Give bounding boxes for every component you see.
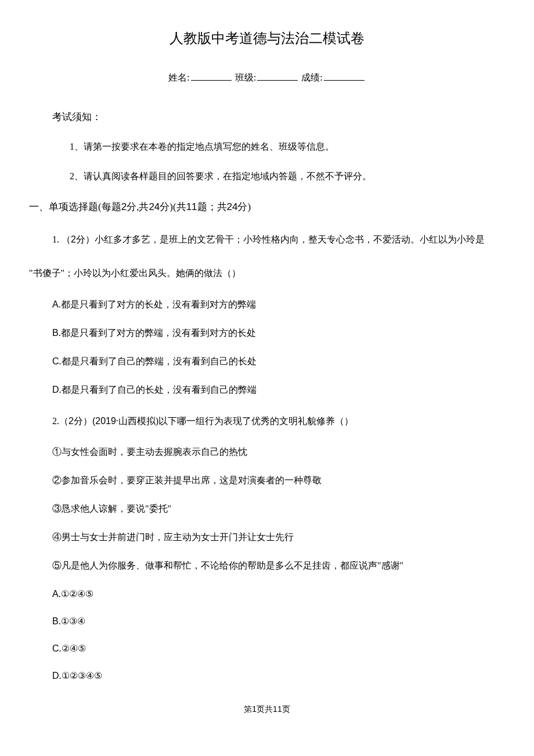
q1-text-1: 小红多才多艺，是班上的文艺骨干；小玲性格内向，整天专心念书，不爱活动。小红以为小… <box>95 234 485 244</box>
option-text: .都是只看到了自己的弊端，没有看到自己的长处 <box>59 356 257 366</box>
option-letter: C <box>52 356 59 366</box>
q2-source-prefix: (2019 <box>92 416 116 426</box>
option-letter: D <box>52 671 59 681</box>
name-blank[interactable] <box>191 71 232 81</box>
q2-points: 2 <box>68 416 74 426</box>
score-blank[interactable] <box>324 71 365 81</box>
footer-current: 1 <box>252 704 257 714</box>
option-text: .①②③④⑤ <box>59 671 102 681</box>
q2-option-b[interactable]: B.①③④ <box>52 616 499 627</box>
notice-header: 考试须知： <box>52 110 499 124</box>
notice-item-2: 2、请认真阅读各样题目的回答要求，在指定地域内答题，不然不予评分。 <box>70 171 499 183</box>
q2-statement-2: ②参加音乐会时，要穿正装并提早出席，这是对演奏者的一种尊敬 <box>52 475 499 487</box>
q1-option-a[interactable]: A.都是只看到了对方的长处，没有看到对方的弊端 <box>52 299 499 311</box>
class-blank[interactable] <box>257 71 298 81</box>
q1-option-c[interactable]: C.都是只看到了自己的弊端，没有看到自己的长处 <box>52 356 499 368</box>
q1-num-suffix: 分） <box>76 234 95 244</box>
q2-num-suffix: 分） <box>74 416 92 426</box>
section-prefix: 一、单项选择题(每题 <box>29 201 121 212</box>
q1-points: 2 <box>71 234 76 244</box>
section-points-per: 2 <box>121 201 127 212</box>
footer-prefix: 第 <box>244 705 252 714</box>
question-1-stem: 1. （2分）小红多才多艺，是班上的文艺骨干；小玲性格内向，整天专心念书，不爱活… <box>52 231 499 248</box>
student-info-line: 姓名: 班级: 成绩: <box>35 71 499 84</box>
q2-option-a[interactable]: A.①②④⑤ <box>52 588 499 599</box>
question-2-stem: 2.（2分）(2019·山西模拟)以下哪一组行为表现了优秀的文明礼貌修养（） <box>52 413 499 430</box>
q2-statement-5: ⑤凡是他人为你服务、做事和帮忙，不论给你的帮助是多么不足挂齿，都应说声"感谢" <box>52 560 499 572</box>
q2-statement-4: ④男士与女士并前进门时，应主动为女士开门并让女士先行 <box>52 531 499 544</box>
section-total2: 24 <box>227 201 238 212</box>
page-title: 人教版中考道德与法治二模试卷 <box>35 29 499 48</box>
option-letter: D <box>52 385 59 395</box>
option-text: .②④⑤ <box>59 643 86 653</box>
option-letter: B <box>52 616 59 626</box>
footer-mid: 页共 <box>257 705 273 714</box>
q2-statement-1: ①与女性会面时，要主动去握腕表示自己的热忱 <box>52 446 499 458</box>
document-page: 人教版中考道德与法治二模试卷 姓名: 班级: 成绩: 考试须知： 1、请第一按要… <box>0 0 534 732</box>
option-text: .都是只看到了对方的弊端，没有看到对方的长处 <box>59 328 256 338</box>
score-label: 成绩: <box>301 73 322 82</box>
q1-option-b[interactable]: B.都是只看到了对方的弊端，没有看到对方的长处 <box>52 327 499 339</box>
option-text: .都是只看到了对方的长处，没有看到对方的弊端 <box>59 299 256 309</box>
section-header: 一、单项选择题(每题2分,共24分)(共11题；共24分) <box>29 200 499 214</box>
section-mid2: 分)(共 <box>160 201 186 212</box>
option-text: .①②④⑤ <box>59 589 93 599</box>
section-mid1: 分,共 <box>127 201 149 212</box>
q2-text: 以下哪一组行为表现了优秀的文明礼貌修养（） <box>158 416 353 426</box>
section-count: 11 <box>186 201 197 212</box>
q2-num-prefix: 2.（ <box>52 416 68 426</box>
option-text: .都是只看到了自己的长处，没有看到自己的弊端 <box>59 385 257 395</box>
option-letter: A <box>52 299 59 309</box>
name-label: 姓名: <box>168 73 189 82</box>
footer-suffix: 页 <box>282 705 290 714</box>
class-label: 班级: <box>235 73 256 82</box>
option-letter: B <box>52 328 59 338</box>
section-mid3: 题；共 <box>197 201 227 212</box>
q2-option-d[interactable]: D.①②③④⑤ <box>52 670 499 681</box>
section-suffix: 分) <box>237 201 251 212</box>
option-letter: C <box>52 643 59 653</box>
option-letter: A <box>52 589 59 599</box>
q2-source-suffix: ·山西模拟) <box>116 416 158 426</box>
option-text: .①③④ <box>59 616 85 626</box>
q2-statement-3: ③恳求他人谅解，要说"委托" <box>52 503 499 515</box>
page-footer: 第1页共11页 <box>35 704 499 715</box>
footer-total: 11 <box>273 704 282 714</box>
q1-option-d[interactable]: D.都是只看到了自己的长处，没有看到自己的弊端 <box>52 384 499 396</box>
question-1-stem-cont: "书傻子"；小玲以为小红爱出风头。她俩的做法（） <box>29 265 499 282</box>
q1-num-prefix: 1. （ <box>52 234 71 244</box>
q2-option-c[interactable]: C.②④⑤ <box>52 643 499 654</box>
section-total: 24 <box>149 201 160 212</box>
notice-item-1: 1、请第一按要求在本卷的指定地点填写您的姓名、班级等信息。 <box>70 141 499 153</box>
